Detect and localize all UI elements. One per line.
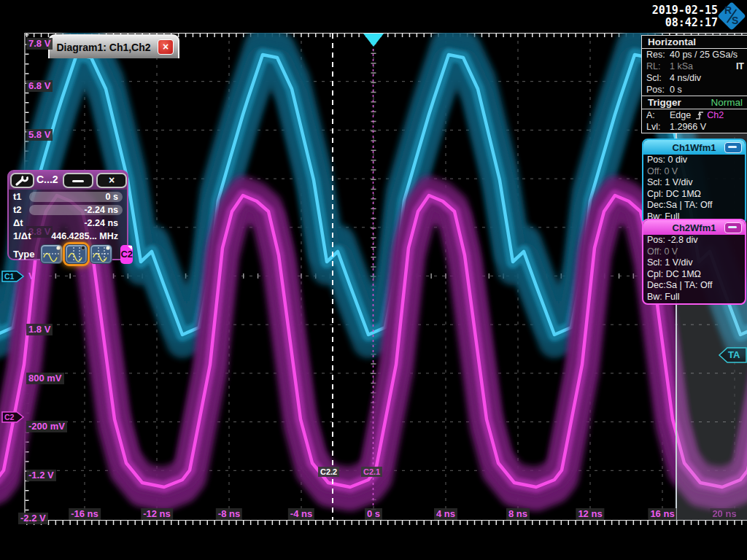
delta-t-value: -2.24 ns: [23, 218, 123, 228]
x-axis-label: 12 ns: [576, 508, 604, 520]
y-axis-label: 6.8 V: [26, 80, 53, 92]
cursor-label-c2-1[interactable]: C2.1: [361, 467, 382, 477]
horizontal-panel[interactable]: Horizontal Res: 40 ps / 25 GSa/s RL: 1 k…: [641, 35, 747, 133]
y-axis-label: -2.2 V: [18, 513, 48, 524]
x-axis-label: 20 ns: [710, 508, 738, 520]
t1-field[interactable]: 0 s: [29, 192, 123, 202]
t1-row: t1 0 s: [9, 190, 127, 203]
inverse-delta-t-value: 446.4285... MHz: [31, 231, 123, 241]
y-axis-label: V: [26, 271, 37, 282]
type-label: Type: [13, 249, 34, 260]
close-icon: ×: [109, 174, 115, 186]
datetime-display: 2019-02-15 08:42:17: [652, 4, 718, 29]
resolution-row: Res: 40 ps / 25 GSa/s: [642, 49, 747, 61]
cursor-label-c2-2[interactable]: C2.2: [318, 467, 339, 477]
diagram-tab-title: Diagram1: Ch1,Ch2: [50, 42, 158, 53]
t2-field[interactable]: -2.24 ns: [29, 205, 123, 215]
trigger-panel-header: Trigger Normal: [642, 96, 747, 109]
y-axis-label: 800 mV: [26, 373, 64, 384]
inverse-delta-t-label: 1/Δt: [13, 230, 31, 241]
cursor-dialog-title: C...2: [36, 174, 58, 185]
cursor-type-horizontal-button[interactable]: [40, 244, 63, 264]
x-axis-label: -8 ns: [216, 508, 242, 520]
horizontal-panel-header: Horizontal: [642, 35, 747, 49]
trigger-a-row: A: Edge Ch2: [642, 109, 747, 121]
interpolated-time-badge: IT: [736, 61, 744, 72]
cursor-type-vertical-button[interactable]: [65, 244, 88, 264]
x-axis-label: 4 ns: [434, 508, 457, 520]
date-text: 2019-02-15: [652, 4, 718, 17]
ch1-minimize-button[interactable]: [724, 142, 742, 153]
ch1-ground-marker[interactable]: C1: [1, 271, 25, 285]
cursor-type-row: Type: [9, 242, 127, 264]
x-axis-label: -4 ns: [288, 508, 314, 520]
rising-edge-icon: [694, 110, 705, 121]
diagram-tab-close-icon[interactable]: ×: [158, 39, 174, 55]
trigger-level-marker-ta[interactable]: TA: [718, 346, 747, 367]
ch2-waveform-box[interactable]: Ch2Wfm1 Pos: -2.8 div Off: 0 V Scl: 1 V/…: [642, 219, 746, 305]
x-axis-label: 16 ns: [648, 508, 676, 520]
source-dropdown-triangle-icon: [128, 246, 132, 250]
inverse-delta-t-row: 1/Δt 446.4285... MHz: [9, 229, 127, 242]
oscilloscope-screen: 2019-02-15 08:42:17 R S Diagram1: Ch1,Ch…: [0, 0, 747, 560]
y-axis-label: -1.2 V: [26, 470, 56, 481]
t1-label: t1: [13, 191, 22, 202]
ch2-ground-marker[interactable]: C2: [1, 411, 25, 426]
y-axis-label: 5.8 V: [26, 129, 53, 141]
trigger-mode-status: Normal: [711, 97, 743, 108]
diagram-tab[interactable]: Diagram1: Ch1,Ch2 ×: [48, 34, 179, 58]
x-axis-label: -16 ns: [69, 508, 101, 520]
t2-row: t2 -2.24 ns: [9, 203, 127, 216]
minimize-icon: [72, 180, 84, 182]
y-axis-label: 7.8 V: [26, 38, 53, 50]
y-axis-label: 1.8 V: [26, 324, 53, 335]
t2-label: t2: [13, 204, 22, 215]
ch2-box-header[interactable]: Ch2Wfm1: [643, 220, 745, 235]
ch2-minimize-button[interactable]: [724, 222, 742, 233]
delta-t-row: Δt -2.24 ns: [9, 216, 127, 229]
trigger-position-marker[interactable]: [363, 34, 384, 47]
y-axis-label: -200 mV: [26, 421, 67, 432]
ch1-waveform-box[interactable]: Ch1Wfm1 Pos: 0 div Off: 0 V Scl: 1 V/div…: [642, 139, 746, 225]
position-row: Pos: 0 s: [642, 84, 747, 96]
scale-row: Scl: 4 ns/div: [642, 72, 747, 84]
time-text: 08:42:17: [652, 17, 718, 29]
wrench-settings-button[interactable]: [10, 173, 34, 188]
cursor-results-dialog[interactable]: C...2 × t1 0 s t2 -2.24 ns Δt -2.24 ns 1…: [7, 170, 128, 260]
record-length-row: RL: 1 kSa IT: [642, 61, 747, 72]
rohde-schwarz-logo-icon: R S: [718, 2, 746, 30]
minimize-button[interactable]: [63, 173, 93, 188]
cursor-source-button[interactable]: C2: [120, 245, 133, 264]
close-button[interactable]: ×: [96, 173, 127, 188]
ch1-box-header[interactable]: Ch1Wfm1: [643, 140, 745, 155]
x-axis-label: 8 ns: [506, 508, 530, 520]
trigger-level-row: Lvl: 1.2966 V: [642, 121, 747, 133]
cursor-dialog-titlebar[interactable]: C...2 ×: [9, 171, 127, 190]
delta-t-label: Δt: [13, 217, 23, 228]
cursor-type-both-button[interactable]: [90, 244, 112, 264]
x-axis-label: 0 s: [365, 508, 382, 520]
trigger-source: Ch2: [707, 109, 724, 121]
x-axis-label: -12 ns: [141, 508, 173, 520]
